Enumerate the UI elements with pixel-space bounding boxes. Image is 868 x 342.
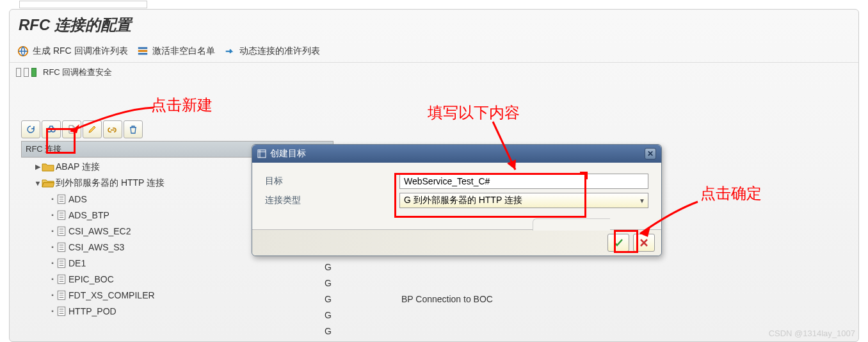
link-generate-callback-list[interactable]: 生成 RFC 回调准许列表 bbox=[16, 44, 129, 58]
expand-icon[interactable]: ▶ bbox=[34, 163, 42, 171]
grid-row[interactable]: G bbox=[325, 307, 493, 323]
globe-icon bbox=[17, 45, 29, 57]
page-title-area: RFC 连接的配置 bbox=[10, 10, 858, 42]
document-icon bbox=[56, 209, 67, 221]
watermark: CSDN @1314lay_1007 bbox=[769, 329, 855, 338]
list-icon bbox=[137, 45, 149, 57]
svg-rect-2 bbox=[138, 50, 147, 52]
refresh-button[interactable] bbox=[21, 120, 40, 138]
grid-row[interactable]: G bbox=[325, 323, 493, 339]
refresh-icon bbox=[26, 124, 36, 134]
type-label: 连接类型 bbox=[265, 195, 399, 206]
folder-open-icon bbox=[42, 178, 54, 188]
link-dynamic-allowlist[interactable]: 动态连接的准许列表 bbox=[223, 44, 321, 58]
grid-row[interactable]: G bbox=[325, 275, 493, 291]
arrow-to-ok bbox=[634, 199, 704, 243]
annotation-fill: 填写以下内容 bbox=[428, 102, 520, 123]
target-label: 目标 bbox=[265, 175, 399, 187]
bullet-icon: ▪ bbox=[49, 227, 56, 234]
leaf-label: ADS_BTP bbox=[67, 210, 109, 220]
grid-column: G G GBP Connection to BOC G G bbox=[325, 259, 493, 339]
annotation-confirm: 点击确定 bbox=[700, 183, 762, 204]
arrow-to-create bbox=[58, 102, 160, 141]
document-icon bbox=[56, 305, 67, 317]
tree-label: 到外部服务器的 HTTP 连接 bbox=[54, 177, 165, 189]
document-icon bbox=[56, 289, 67, 301]
status-box-green bbox=[31, 68, 36, 77]
top-toolbar-fragment bbox=[19, 0, 147, 9]
grid-row[interactable]: GBP Connection to BOC bbox=[325, 291, 493, 307]
highlight-corner bbox=[585, 172, 588, 179]
arrow-to-form bbox=[480, 118, 531, 176]
document-icon bbox=[56, 241, 67, 253]
folder-closed-icon bbox=[42, 162, 54, 172]
leaf-label: CSI_AWS_S3 bbox=[67, 242, 124, 252]
link-label: 生成 RFC 回调准许列表 bbox=[33, 45, 128, 57]
status-box-2 bbox=[24, 68, 29, 77]
bullet-icon: ▪ bbox=[49, 195, 56, 202]
transaction-input[interactable] bbox=[19, 1, 147, 8]
grid-row[interactable]: G bbox=[325, 259, 493, 275]
svg-rect-14 bbox=[258, 150, 266, 158]
leaf-label: CSI_AWS_EC2 bbox=[67, 226, 131, 236]
page-title: RFC 连接的配置 bbox=[19, 15, 849, 35]
bullet-icon: ▪ bbox=[49, 275, 56, 282]
svg-rect-3 bbox=[138, 53, 147, 55]
link-activate-whitelist[interactable]: 激活非空白名单 bbox=[136, 44, 216, 58]
dialog-close-button[interactable]: ✕ bbox=[645, 148, 656, 159]
document-icon bbox=[56, 257, 67, 269]
close-icon: ✕ bbox=[647, 149, 654, 158]
tree-label: ABAP 连接 bbox=[54, 161, 100, 173]
svg-rect-1 bbox=[138, 47, 147, 49]
header-links: 生成 RFC 回调准许列表 激活非空白名单 动态连接的准许列表 bbox=[10, 42, 858, 63]
svg-marker-15 bbox=[70, 124, 79, 133]
document-icon bbox=[56, 193, 67, 205]
link-label: 激活非空白名单 bbox=[152, 45, 215, 57]
bullet-icon: ▪ bbox=[49, 243, 56, 250]
bullet-icon: ▪ bbox=[49, 307, 56, 314]
status-text: RFC 回调检查安全 bbox=[43, 67, 112, 78]
leaf-label: HTTP_POD bbox=[67, 306, 117, 316]
leaf-label: DE1 bbox=[67, 258, 86, 268]
arrow-right-icon bbox=[224, 45, 236, 57]
leaf-label: EPIC_BOC bbox=[67, 274, 114, 284]
dialog-icon bbox=[257, 149, 266, 158]
dialog-title: 创建目标 bbox=[270, 148, 306, 159]
highlight-form-fields bbox=[394, 173, 586, 218]
dialog-titlebar[interactable]: 创建目标 ✕ bbox=[252, 145, 661, 163]
collapse-icon[interactable]: ▼ bbox=[34, 179, 42, 187]
leaf-label: ADS bbox=[67, 194, 87, 204]
bullet-icon: ▪ bbox=[49, 259, 56, 266]
link-label: 动态连接的准许列表 bbox=[239, 45, 320, 57]
annotation-new: 点击新建 bbox=[151, 95, 213, 115]
status-line: RFC 回调检查安全 bbox=[10, 63, 858, 82]
dialog-footer bbox=[252, 229, 661, 256]
document-icon bbox=[56, 273, 67, 285]
status-box-1 bbox=[16, 68, 21, 77]
bullet-icon: ▪ bbox=[49, 291, 56, 298]
bullet-icon: ▪ bbox=[49, 211, 56, 218]
document-icon bbox=[56, 225, 67, 237]
leaf-label: FDT_XS_COMPILER bbox=[67, 290, 155, 300]
